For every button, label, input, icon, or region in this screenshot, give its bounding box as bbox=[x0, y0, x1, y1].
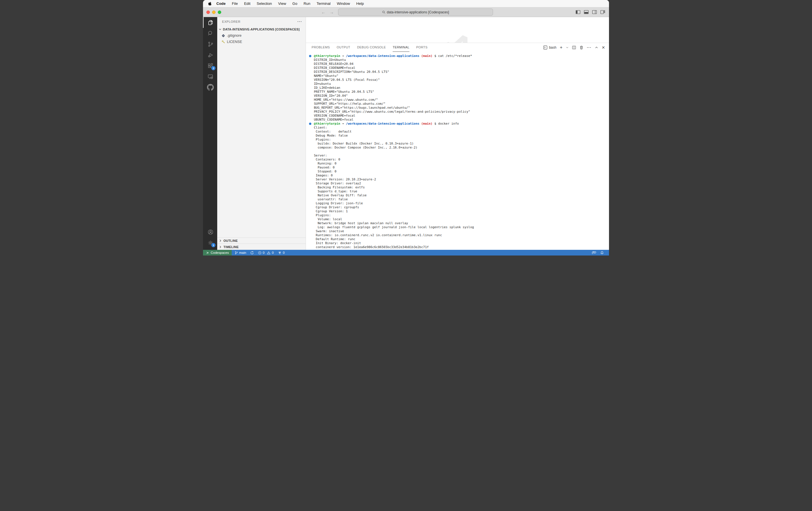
timeline-section[interactable]: TIMELINE bbox=[217, 244, 306, 250]
explorer-sidebar: EXPLORER ··· DATA-INTENSIVE-APPLICATIONS… bbox=[217, 17, 306, 250]
kill-terminal-trash-icon[interactable] bbox=[579, 46, 583, 50]
workspace-root-item[interactable]: DATA-INTENSIVE-APPLICATIONS [CODESPACES] bbox=[217, 26, 306, 32]
close-panel-icon[interactable]: ✕ bbox=[602, 45, 605, 50]
panel-tab[interactable]: TERMINAL bbox=[393, 43, 409, 52]
menu-item[interactable]: Help bbox=[353, 1, 367, 6]
outline-section[interactable]: OUTLINE bbox=[217, 238, 306, 244]
panel-tab[interactable]: OUTPUT bbox=[337, 43, 350, 52]
menu-item[interactable]: Terminal bbox=[314, 1, 334, 6]
terminal-output-line: NAME="Ubuntu" bbox=[314, 74, 609, 78]
terminal-output-line: buildx: Docker Buildx (Docker Inc., 0.10… bbox=[314, 142, 609, 146]
terminal-output-line: VERSION_CODENAME=focal bbox=[314, 114, 609, 118]
activitybar-accounts[interactable] bbox=[203, 226, 217, 237]
workspace-root-label: DATA-INTENSIVE-APPLICATIONS [CODESPACES] bbox=[223, 28, 300, 31]
terminal-output-line: Cgroup Version: 1 bbox=[314, 209, 609, 213]
notifications-bell-icon[interactable] bbox=[600, 251, 604, 254]
command-decoration-dot[interactable] bbox=[309, 55, 311, 57]
terminal-output-line: Logging Driver: json-file bbox=[314, 201, 609, 206]
terminal-shell-selector[interactable]: bash bbox=[543, 46, 556, 50]
activitybar-remote-explorer[interactable] bbox=[203, 71, 217, 82]
terminal-output-line: Server Version: 20.10.23+azure-2 bbox=[314, 178, 609, 182]
menu-item[interactable]: Selection bbox=[254, 1, 275, 6]
terminal-output-line: ID=ubuntu bbox=[314, 82, 609, 86]
customize-layout-icon[interactable] bbox=[601, 10, 605, 14]
terminal-output-line: VERSION_ID="20.04" bbox=[314, 94, 609, 98]
problems-indicator[interactable]: 0 0 bbox=[258, 251, 274, 254]
terminal-output-line: Volume: local bbox=[314, 217, 609, 221]
toggle-primary-sidebar-icon[interactable] bbox=[576, 10, 580, 14]
traffic-lights bbox=[206, 10, 221, 14]
vscode-watermark-logo bbox=[445, 35, 469, 43]
terminal-output-line: Plugins: bbox=[314, 213, 609, 217]
panel-tab[interactable]: PROBLEMS bbox=[312, 43, 330, 52]
navigate-forward-icon[interactable]: → bbox=[329, 10, 334, 15]
terminal[interactable]: @thierryturpin → /workspaces/data-intens… bbox=[306, 52, 609, 250]
terminal-output-line: Init Binary: docker-init bbox=[314, 241, 609, 245]
remote-icon bbox=[206, 251, 209, 254]
search-icon bbox=[382, 10, 385, 14]
activitybar-search[interactable] bbox=[203, 28, 217, 39]
close-window-button[interactable] bbox=[206, 10, 210, 14]
explorer-more-actions-icon[interactable]: ··· bbox=[297, 19, 302, 24]
error-icon bbox=[258, 251, 262, 254]
activitybar-source-control[interactable] bbox=[203, 39, 217, 50]
branch-label: main bbox=[239, 251, 246, 254]
activitybar-extensions[interactable]: 2 bbox=[203, 60, 217, 71]
panel-tab[interactable]: DEBUG CONSOLE bbox=[357, 43, 386, 52]
run-and-debug-icon bbox=[207, 52, 214, 58]
activitybar-settings[interactable]: 1 bbox=[203, 237, 217, 248]
terminal-output-line: Containers: 0 bbox=[314, 158, 609, 162]
warning-icon bbox=[267, 251, 271, 254]
activitybar-github[interactable] bbox=[203, 82, 217, 93]
terminal-output-line: Network: bridge host ipvlan macvlan null… bbox=[314, 221, 609, 225]
sync-icon bbox=[250, 251, 254, 254]
file-name: LICENSE bbox=[227, 40, 242, 44]
git-branch-icon bbox=[235, 251, 238, 254]
command-center-search[interactable]: data-intensive-applications [Codespaces] bbox=[338, 8, 493, 16]
toggle-panel-icon[interactable] bbox=[584, 10, 588, 14]
file-item-license[interactable]: LICENSE bbox=[217, 39, 306, 45]
error-count: 0 bbox=[263, 251, 264, 254]
ports-indicator[interactable]: 0 bbox=[278, 251, 285, 254]
branch-indicator[interactable]: main bbox=[235, 251, 246, 254]
remote-indicator[interactable]: Codespaces bbox=[203, 250, 232, 255]
timeline-label: TIMELINE bbox=[224, 245, 239, 249]
terminal-output-line: Runtimes: io.containerd.runc.v2 io.conta… bbox=[314, 233, 609, 237]
menu-item[interactable]: Window bbox=[334, 1, 353, 6]
launch-profile-chevron-icon[interactable] bbox=[566, 46, 569, 49]
activitybar-run-debug[interactable] bbox=[203, 50, 217, 60]
toggle-secondary-sidebar-icon[interactable] bbox=[592, 10, 597, 14]
titlebar: ← → data-intensive-applications [Codespa… bbox=[203, 7, 609, 17]
menu-item[interactable]: Go bbox=[289, 1, 300, 6]
files-icon bbox=[207, 19, 214, 26]
feedback-icon[interactable] bbox=[592, 251, 596, 254]
menu-app-name[interactable]: Code bbox=[213, 1, 229, 6]
activity-bar: 2 1 bbox=[203, 17, 217, 250]
terminal-output-line: Supports d_type: true bbox=[314, 189, 609, 193]
menu-item[interactable]: Run bbox=[300, 1, 314, 6]
menu-item[interactable]: File bbox=[229, 1, 241, 6]
terminal-output-line: DISTRIB_ID=Ubuntu bbox=[314, 58, 609, 62]
apple-menu-icon[interactable] bbox=[206, 1, 213, 6]
terminal-output-line: Storage Driver: overlay2 bbox=[314, 182, 609, 186]
command-decoration-dot[interactable] bbox=[309, 123, 311, 125]
menu-item[interactable]: View bbox=[275, 1, 289, 6]
maximize-panel-chevron-icon[interactable] bbox=[595, 46, 598, 49]
new-terminal-button[interactable]: + bbox=[560, 45, 562, 50]
panel-tab[interactable]: PORTS bbox=[416, 43, 428, 52]
minimize-window-button[interactable] bbox=[212, 10, 215, 14]
chevron-right-icon bbox=[219, 245, 222, 249]
navigate-back-icon[interactable]: ← bbox=[321, 10, 325, 15]
source-control-icon bbox=[207, 41, 214, 48]
menu-item[interactable]: Edit bbox=[241, 1, 253, 6]
file-item-gitignore[interactable]: .gitignore bbox=[217, 32, 306, 39]
sync-indicator[interactable] bbox=[250, 251, 254, 254]
remote-explorer-icon bbox=[207, 73, 214, 80]
activitybar-explorer[interactable] bbox=[203, 17, 217, 28]
terminal-output-line: compose: Docker Compose (Docker Inc., 2.… bbox=[314, 146, 609, 150]
zoom-window-button[interactable] bbox=[218, 10, 221, 14]
terminal-output-line: Context: default bbox=[314, 130, 609, 134]
terminal-output-line: Server: bbox=[314, 154, 609, 158]
panel-more-actions-icon[interactable]: ··· bbox=[587, 45, 591, 50]
split-terminal-icon[interactable] bbox=[572, 46, 576, 50]
